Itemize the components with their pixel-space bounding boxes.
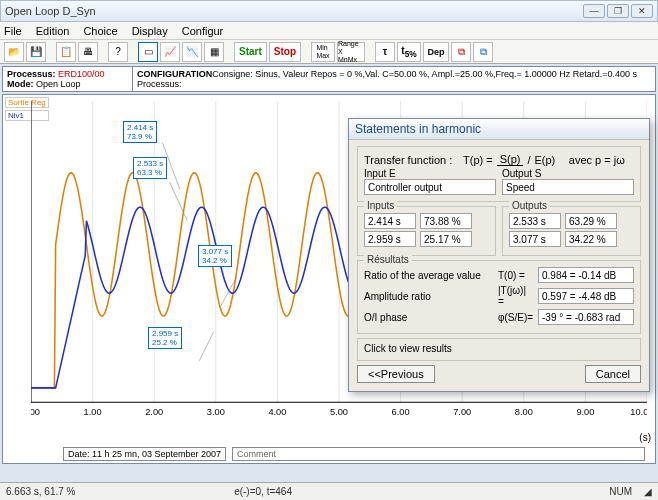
out1-val[interactable]: 63.29 % (565, 213, 617, 229)
dialog-title: Statements in harmonic (349, 119, 649, 140)
out1-time[interactable]: 2.533 s (509, 213, 561, 229)
svg-text:10.00: 10.00 (630, 407, 647, 417)
date-field[interactable]: Date: 11 h 25 mn, 03 September 2007 (63, 447, 226, 461)
t5-icon[interactable]: t5% (397, 42, 421, 62)
red-chart-icon[interactable]: ⧉ (451, 42, 471, 62)
open-icon[interactable]: 📂 (4, 42, 24, 62)
tau-icon[interactable]: τ (375, 42, 395, 62)
svg-text:8.00: 8.00 (515, 407, 533, 417)
t0-value: 0.984 = -0.14 dB (538, 267, 634, 283)
print-icon[interactable]: 🖶 (78, 42, 98, 62)
tf-label: Transfer function : (364, 154, 452, 166)
menu-file[interactable]: File (4, 25, 22, 37)
status-left: 6.663 s, 61.7 % (6, 486, 76, 497)
marker-1[interactable]: 2.414 s73.9 % (123, 121, 157, 143)
svg-text:5.00: 5.00 (330, 407, 348, 417)
status-mid: e(-)=0, t=464 (234, 486, 292, 497)
window-title: Open Loop D_Syn (5, 5, 583, 17)
resize-grip-icon[interactable]: ◢ (644, 486, 652, 497)
input-e-field[interactable]: Controller output (364, 179, 496, 195)
chart2-icon[interactable]: 📉 (182, 42, 202, 62)
harmonic-dialog[interactable]: Statements in harmonic Transfer function… (348, 118, 650, 392)
in1-val[interactable]: 73.88 % (420, 213, 472, 229)
svg-text:6.00: 6.00 (392, 407, 410, 417)
stop-button[interactable]: Stop (269, 42, 301, 62)
start-button[interactable]: Start (234, 42, 267, 62)
svg-text:0.00: 0.00 (31, 407, 40, 417)
in2-val[interactable]: 25.17 % (420, 231, 472, 247)
svg-text:7.00: 7.00 (453, 407, 471, 417)
svg-line-35 (199, 332, 213, 361)
svg-text:4.00: 4.00 (268, 407, 286, 417)
info-bar: Processus: ERD100/00 Mode: Open Loop CON… (2, 66, 656, 92)
dep-icon[interactable]: Dep (423, 42, 449, 62)
output-s-field[interactable]: Speed (502, 179, 634, 195)
x-axis-unit: (s) (639, 432, 651, 443)
config-text: Consigne: Sinus, Valeur Repos = 0 %,Val.… (212, 69, 637, 79)
window-icon[interactable]: ▭ (138, 42, 158, 62)
in1-time[interactable]: 2.414 s (364, 213, 416, 229)
click-results[interactable]: Click to view results (357, 338, 641, 361)
svg-text:9.00: 9.00 (576, 407, 594, 417)
statusbar: 6.663 s, 61.7 % e(-)=0, t=464 NUM◢ (0, 482, 658, 500)
ratio-label: Ratio of the average value (364, 270, 494, 281)
mode-label: Mode: (7, 79, 34, 89)
window-buttons: — ❐ ✕ (583, 4, 653, 18)
phase-value: -39 ° = -0.683 rad (538, 309, 634, 325)
save-icon[interactable]: 💾 (26, 42, 46, 62)
maximize-button[interactable]: ❐ (607, 4, 629, 18)
menu-choice[interactable]: Choice (83, 25, 117, 37)
processus-label: Processus: (7, 69, 56, 79)
minimize-button[interactable]: — (583, 4, 605, 18)
phase-label: O/I phase (364, 312, 494, 323)
rangex-icon[interactable]: Range XMnMx (337, 42, 365, 62)
config-label: CONFIGURATION (137, 69, 212, 79)
copy-icon[interactable]: 📋 (56, 42, 76, 62)
menu-configur[interactable]: Configur (182, 25, 224, 37)
comment-field[interactable]: Comment (232, 447, 645, 461)
minmax-icon[interactable]: MinMax (311, 42, 335, 62)
menubar: File Edition Choice Display Configur (0, 22, 658, 40)
output-s-label: Output S (502, 168, 541, 179)
amp-value: 0.597 = -4.48 dB (538, 288, 634, 304)
processus-value: ERD100/00 (58, 69, 105, 79)
blue-chart-icon[interactable]: ⧉ (473, 42, 493, 62)
menu-display[interactable]: Display (132, 25, 168, 37)
menu-edition[interactable]: Edition (36, 25, 70, 37)
svg-text:3.00: 3.00 (207, 407, 225, 417)
mode-value: Open Loop (36, 79, 81, 89)
amp-label: Amplitude ratio (364, 291, 494, 302)
out2-time[interactable]: 3.077 s (509, 231, 561, 247)
marker-4[interactable]: 2.959 s25.2 % (148, 327, 182, 349)
out2-val[interactable]: 34.22 % (565, 231, 617, 247)
cancel-button[interactable]: Cancel (585, 365, 641, 383)
marker-2[interactable]: 2.533 s63.3 % (133, 157, 167, 179)
titlebar: Open Loop D_Syn — ❐ ✕ (0, 0, 658, 22)
toolbar: 📂 💾 📋 🖶 ? ▭ 📈 📉 ▦ Start Stop MinMax Rang… (0, 40, 658, 64)
help-icon[interactable]: ? (108, 42, 128, 62)
chart1-icon[interactable]: 📈 (160, 42, 180, 62)
bottom-strip: Date: 11 h 25 mn, 03 September 2007 Comm… (63, 447, 645, 461)
marker-3[interactable]: 3.077 s34.2 % (198, 245, 232, 267)
close-button[interactable]: ✕ (631, 4, 653, 18)
in2-time[interactable]: 2.959 s (364, 231, 416, 247)
svg-text:1.00: 1.00 (84, 407, 102, 417)
processus2: Processus: (137, 79, 651, 89)
svg-text:2.00: 2.00 (145, 407, 163, 417)
grid-icon[interactable]: ▦ (204, 42, 224, 62)
input-e-label: Input E (364, 168, 396, 179)
status-num: NUM (609, 486, 632, 497)
previous-button[interactable]: <<Previous (357, 365, 435, 383)
